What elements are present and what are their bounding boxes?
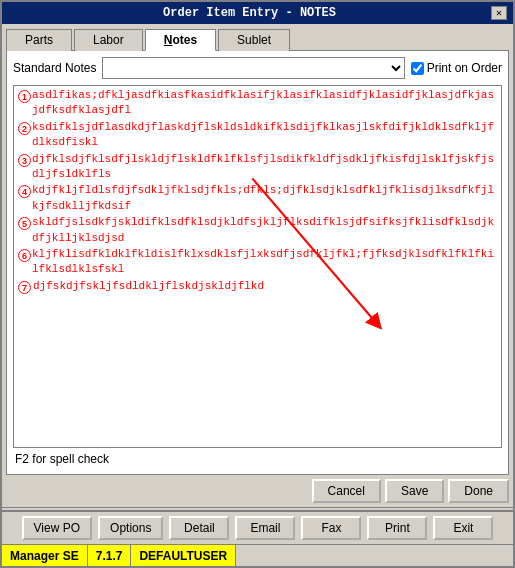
spell-check-hint: F2 for spell check (13, 448, 502, 468)
fax-button[interactable]: Fax (301, 516, 361, 540)
list-item: 2 ksdifklsjdflasdkdjflaskdjflskldsldkifk… (18, 120, 497, 151)
standard-notes-select[interactable] (102, 57, 404, 79)
main-window: Order Item Entry - NOTES ✕ Parts Labor N… (0, 0, 515, 568)
list-item: 1 asdlfikas;dfkljasdfkiasfkasidfklasifjk… (18, 88, 497, 119)
list-item: 7 djfskdjfskljfsdldkljflskdjskldjflkd (18, 279, 497, 296)
status-app-name: Manager SE (2, 545, 88, 566)
tab-labor[interactable]: Labor (74, 29, 143, 51)
bottom-buttons-row: View PO Options Detail Email Fax Print E… (2, 511, 513, 544)
print-on-order-label: Print on Order (427, 61, 502, 75)
tab-parts[interactable]: Parts (6, 29, 72, 51)
standard-notes-row: Standard Notes Print on Order (13, 57, 502, 79)
notes-text-area[interactable]: 1 asdlfikas;dfkljasdfkiasfkasidfklasifjk… (13, 85, 502, 448)
title-bar: Order Item Entry - NOTES ✕ (2, 2, 513, 24)
status-user: DEFAULTUSER (131, 545, 236, 566)
tab-sublet[interactable]: Sublet (218, 29, 290, 51)
main-content-panel: Standard Notes Print on Order 1 asdlfika… (6, 50, 509, 475)
window-title: Order Item Entry - NOTES (8, 6, 491, 20)
status-version: 7.1.7 (88, 545, 132, 566)
detail-button[interactable]: Detail (169, 516, 229, 540)
email-button[interactable]: Email (235, 516, 295, 540)
notes-lines: 1 asdlfikas;dfkljasdfkiasfkasidfklasifjk… (14, 86, 501, 447)
done-button[interactable]: Done (448, 479, 509, 503)
print-button[interactable]: Print (367, 516, 427, 540)
list-item: 3 djfklsdjfklsdfjlskldjflskldfklfklsfjls… (18, 152, 497, 183)
close-button[interactable]: ✕ (491, 6, 507, 20)
print-on-order-container: Print on Order (411, 61, 502, 75)
action-buttons-row: Cancel Save Done (2, 475, 513, 507)
exit-button[interactable]: Exit (433, 516, 493, 540)
list-item: 5 skldfjslsdkfjskldifklsdfklsdjkldfsjklj… (18, 215, 497, 246)
list-item: 6 kljfklisdfkldklfkldislfklxsdklsfjlxksd… (18, 247, 497, 278)
list-item: 4 kdjfkljfldlsfdjfsdkljfklsdjfkls;dfkls;… (18, 183, 497, 214)
options-button[interactable]: Options (98, 516, 163, 540)
cancel-button[interactable]: Cancel (312, 479, 381, 503)
standard-notes-label: Standard Notes (13, 61, 96, 75)
status-bar: Manager SE 7.1.7 DEFAULTUSER (2, 544, 513, 566)
tab-notes[interactable]: Notes (145, 29, 216, 51)
view-po-button[interactable]: View PO (22, 516, 92, 540)
save-button[interactable]: Save (385, 479, 444, 503)
print-on-order-checkbox[interactable] (411, 62, 424, 75)
tabs-row: Parts Labor Notes Sublet (2, 24, 513, 50)
